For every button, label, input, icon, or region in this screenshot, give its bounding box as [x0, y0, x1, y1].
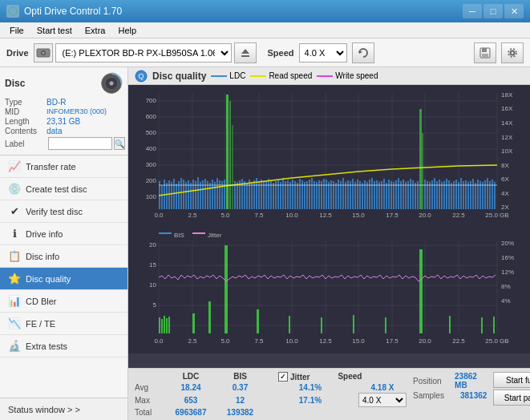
- svg-rect-123: [304, 182, 305, 209]
- settings-button[interactable]: [501, 42, 524, 63]
- legend-write-speed: Write speed: [317, 71, 378, 80]
- disc-quality-icon: ⭐: [8, 273, 21, 285]
- svg-text:500: 500: [146, 129, 157, 136]
- svg-rect-246: [161, 319, 163, 333]
- svg-rect-109: [270, 180, 272, 209]
- stats-bar: LDC BIS ✓ Jitter Speed Avg 18.24 0.37: [128, 368, 530, 420]
- svg-rect-260: [481, 317, 483, 333]
- write-speed-legend-color: [317, 75, 333, 77]
- svg-rect-144: [354, 182, 356, 209]
- svg-text:12X: 12X: [501, 134, 513, 141]
- svg-rect-141: [347, 180, 349, 209]
- nav-create-test-disc[interactable]: 💿 Create test disc: [0, 178, 127, 200]
- svg-text:15.0: 15.0: [352, 212, 365, 219]
- cd-bler-icon: 📊: [8, 295, 21, 308]
- avg-label: Avg: [135, 383, 164, 392]
- write-speed-legend-label: Write speed: [335, 71, 378, 80]
- speed-select[interactable]: 4.0 X: [299, 43, 347, 63]
- svg-point-10: [511, 50, 515, 55]
- svg-rect-102: [253, 180, 255, 209]
- jitter-checkbox[interactable]: ✓: [278, 372, 288, 382]
- bottom-chart: BIS Jitter: [128, 229, 530, 353]
- transfer-rate-icon: 📈: [8, 160, 21, 173]
- svg-text:200: 200: [146, 177, 157, 184]
- nav-extra-tests[interactable]: 🔬 Extra tests: [0, 335, 127, 357]
- svg-rect-187: [458, 182, 459, 209]
- max-ldc: 653: [164, 396, 218, 405]
- svg-rect-134: [330, 180, 332, 209]
- menu-start-test[interactable]: Start test: [30, 24, 79, 37]
- drive-select[interactable]: (E:) PLEXTOR BD-R PX-LB950SA 1.06: [55, 43, 232, 63]
- svg-rect-190: [465, 180, 467, 209]
- legend-ldc: LDC: [211, 71, 245, 80]
- nav-verify-test-disc-label: Verify test disc: [26, 207, 83, 216]
- svg-rect-247: [164, 316, 165, 333]
- nav-fe-te[interactable]: 📉 FE / TE: [0, 313, 127, 335]
- svg-rect-118: [292, 180, 293, 209]
- disc-info-panel: Disc Type BD-R MID INFOMER30 (000) Lengt…: [0, 67, 127, 155]
- svg-rect-79: [197, 177, 199, 209]
- svg-rect-136: [335, 183, 337, 209]
- disc-graphic: [100, 72, 123, 95]
- svg-rect-162: [398, 178, 399, 209]
- svg-rect-93: [232, 125, 233, 209]
- label-input[interactable]: [48, 137, 112, 150]
- close-button[interactable]: ✕: [504, 4, 524, 18]
- samples-label: Samples: [413, 391, 457, 400]
- svg-text:BIS: BIS: [174, 232, 184, 239]
- save-button[interactable]: [474, 42, 496, 63]
- nav-verify-test-disc[interactable]: ✔ Verify test disc: [0, 200, 127, 223]
- svg-rect-126: [311, 178, 313, 209]
- start-full-button[interactable]: Start full: [493, 372, 530, 388]
- label-button[interactable]: 🔍: [114, 137, 125, 150]
- nav-drive-info[interactable]: ℹ Drive info: [0, 223, 127, 245]
- svg-text:17.5: 17.5: [386, 337, 399, 345]
- total-ldc: 6963687: [164, 408, 218, 417]
- fe-te-icon: 📉: [8, 317, 21, 330]
- menu-file[interactable]: File: [3, 24, 30, 37]
- svg-text:600: 600: [146, 113, 157, 120]
- svg-rect-172: [422, 133, 423, 209]
- svg-text:20.0: 20.0: [419, 337, 431, 345]
- maximize-button[interactable]: □: [483, 4, 503, 18]
- speed-header: Speed: [326, 372, 374, 382]
- svg-rect-86: [214, 182, 216, 209]
- svg-text:22.5: 22.5: [452, 337, 465, 345]
- svg-text:0.0: 0.0: [154, 337, 164, 345]
- svg-text:12.5: 12.5: [319, 337, 332, 345]
- svg-rect-114: [282, 178, 284, 209]
- svg-rect-106: [263, 182, 265, 209]
- max-speed-select[interactable]: 4.0 X: [358, 393, 407, 407]
- max-bis: 12: [218, 396, 262, 405]
- status-window-button[interactable]: Status window > >: [0, 398, 127, 420]
- read-speed-legend-label: Read speed: [269, 71, 312, 80]
- refresh-button[interactable]: [352, 42, 374, 63]
- svg-rect-68: [171, 182, 172, 209]
- svg-marker-6: [359, 50, 362, 54]
- svg-rect-259: [449, 316, 451, 333]
- contents-val: data: [47, 127, 62, 135]
- eject-button[interactable]: [234, 42, 257, 63]
- svg-rect-153: [376, 180, 378, 209]
- svg-rect-161: [395, 180, 397, 209]
- svg-rect-150: [369, 180, 370, 209]
- minimize-button[interactable]: ─: [463, 4, 482, 18]
- type-key: Type: [5, 98, 47, 107]
- contents-key: Contents: [5, 127, 47, 135]
- svg-rect-177: [434, 178, 435, 209]
- svg-text:400: 400: [146, 145, 157, 152]
- svg-rect-245: [159, 317, 160, 333]
- menu-help[interactable]: Help: [111, 24, 143, 37]
- svg-text:17.5: 17.5: [386, 212, 399, 219]
- nav-disc-info[interactable]: 📋 Disc info: [0, 245, 127, 268]
- svg-rect-99: [246, 183, 248, 209]
- svg-text:7.5: 7.5: [254, 337, 264, 345]
- menu-extra[interactable]: Extra: [79, 24, 112, 37]
- nav-drive-info-label: Drive info: [26, 229, 63, 239]
- nav-cd-bler[interactable]: 📊 CD Bler: [0, 290, 127, 313]
- svg-rect-249: [168, 317, 170, 333]
- svg-rect-151: [371, 178, 373, 209]
- nav-disc-quality[interactable]: ⭐ Disc quality: [0, 268, 127, 290]
- nav-transfer-rate[interactable]: 📈 Transfer rate: [0, 155, 127, 178]
- start-part-button[interactable]: Start part: [493, 390, 530, 406]
